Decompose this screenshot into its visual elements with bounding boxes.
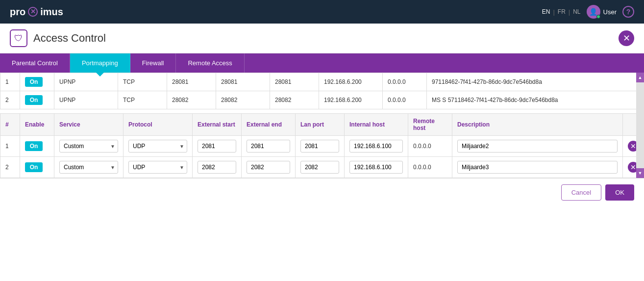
cell-description: MS S 57118462-7f41-427b-86dc-9dc7e546bd8… — [427, 91, 644, 109]
avatar: 👤 — [587, 5, 600, 19]
remote-host-value-1: 0.0.0.0 — [413, 143, 431, 150]
lan-port-input-2[interactable] — [300, 161, 339, 174]
cell-service: Custom UPNP HTTP ▼ — [54, 136, 124, 157]
cell-service: UPNP — [54, 91, 118, 109]
tab-parental-control[interactable]: Parental Control — [0, 53, 70, 73]
header-right: EN | FR | NL 👤 User ? — [542, 5, 634, 19]
service-select-wrap-1: Custom UPNP HTTP ▼ — [59, 140, 118, 153]
cell-protocol: TCP — [118, 73, 167, 91]
cell-protocol: UDP TCP Both ▼ — [124, 157, 193, 178]
service-select-2[interactable]: Custom UPNP HTTP — [59, 161, 118, 174]
logo-x-icon: ✕ — [28, 7, 38, 17]
cell-remote-host: 0.0.0.0 — [383, 91, 427, 109]
tabs-bar: Parental Control Portmapping Firewall Re… — [0, 53, 644, 73]
col-ext-start: External start — [193, 114, 242, 136]
title-left: 🛡 Access Control — [10, 29, 106, 47]
protocol-select-wrap-2: UDP TCP Both ▼ — [128, 161, 187, 174]
col-remote-host: Remote host — [408, 114, 452, 136]
col-enable: Enable — [20, 114, 54, 136]
footer: Cancel OK — [0, 178, 644, 206]
user-info: 👤 User — [587, 5, 617, 19]
cell-lan-port — [296, 157, 345, 178]
cancel-button[interactable]: Cancel — [561, 184, 601, 201]
tab-firewall[interactable]: Firewall — [130, 53, 176, 73]
toggle-enable[interactable]: On — [25, 77, 43, 87]
app-header: pro✕imus EN | FR | NL 👤 User ? — [0, 0, 644, 24]
col-internal-host: Internal host — [345, 114, 408, 136]
ext-start-input-2[interactable] — [198, 161, 236, 174]
scroll-up-button[interactable]: ▲ — [636, 73, 644, 82]
cell-enable: On — [20, 73, 54, 91]
cell-ext-end — [242, 157, 296, 178]
header-table: # Enable Service Protocol External start… — [0, 113, 644, 178]
close-button[interactable]: ✕ — [619, 30, 634, 46]
shield-icon: 🛡 — [10, 29, 27, 47]
cell-remote-host: 0.0.0.0 — [383, 73, 427, 91]
cell-num: 2 — [0, 157, 20, 178]
cell-remote-host: 0.0.0.0 — [408, 157, 452, 178]
scrollbar: ▲ ▼ — [636, 73, 644, 178]
remote-host-value-2: 0.0.0.0 — [413, 164, 431, 171]
tab-portmapping[interactable]: Portmapping — [70, 53, 130, 73]
cell-enable: On — [20, 136, 54, 157]
online-indicator — [596, 15, 600, 19]
tab-remote-access[interactable]: Remote Access — [176, 53, 244, 73]
toggle-enable-2[interactable]: On — [25, 162, 43, 172]
col-ext-end: External end — [242, 114, 296, 136]
col-num: # — [0, 114, 20, 136]
cell-service: Custom UPNP HTTP ▼ — [54, 157, 124, 178]
ext-end-input-2[interactable] — [247, 161, 290, 174]
cell-enable: On — [20, 157, 54, 178]
table-row: 2 On Custom UPNP HTTP ▼ — [0, 157, 644, 178]
cell-lan-port — [296, 136, 345, 157]
cell-ext-start — [193, 136, 242, 157]
protocol-select-wrap-1: UDP TCP Both ▼ — [128, 140, 187, 153]
cell-internal-host: 192.168.6.200 — [319, 73, 383, 91]
upper-table: 1 On UPNP TCP 28081 28081 28081 192.168.… — [0, 73, 644, 109]
cell-num: 1 — [0, 136, 20, 157]
logo: pro✕imus — [10, 6, 63, 18]
cell-protocol: TCP — [118, 91, 167, 109]
cell-ext-end — [242, 136, 296, 157]
col-protocol: Protocol — [124, 114, 193, 136]
protocol-select-2[interactable]: UDP TCP Both — [128, 161, 187, 174]
help-icon[interactable]: ? — [622, 6, 634, 18]
protocol-select-1[interactable]: UDP TCP Both — [128, 140, 187, 153]
cell-description — [452, 157, 623, 178]
toggle-enable-1[interactable]: On — [25, 141, 43, 151]
scroll-down-button[interactable]: ▼ — [636, 168, 644, 178]
page-container: 🛡 Access Control ✕ Parental Control Port… — [0, 24, 644, 281]
lang-nl[interactable]: NL — [573, 8, 580, 15]
cell-description — [452, 136, 623, 157]
cell-num: 1 — [0, 73, 20, 91]
internal-host-input-2[interactable] — [349, 161, 403, 174]
toggle-enable[interactable]: On — [25, 95, 43, 105]
cell-ext-end: 28082 — [216, 91, 270, 109]
ext-start-input-1[interactable] — [198, 140, 236, 153]
cell-internal-host — [345, 136, 408, 157]
ext-end-input-1[interactable] — [247, 140, 290, 153]
username: User — [603, 8, 617, 16]
cell-lan-port: 28081 — [270, 73, 319, 91]
col-service: Service — [54, 114, 124, 136]
lang-en[interactable]: EN — [542, 8, 550, 15]
description-input-2[interactable] — [457, 161, 618, 174]
main-content: 1 On UPNP TCP 28081 28081 28081 192.168.… — [0, 73, 644, 178]
lang-fr[interactable]: FR — [558, 8, 566, 15]
cell-description: 97118462-7f41-427b-86dc-9dc7e546bd8a — [427, 73, 644, 91]
cell-internal-host: 192.168.6.200 — [319, 91, 383, 109]
cell-ext-end: 28081 — [216, 73, 270, 91]
internal-host-input-1[interactable] — [349, 140, 403, 153]
language-selector: EN | FR | NL — [542, 8, 581, 16]
ok-button[interactable]: OK — [605, 184, 634, 201]
cell-service: UPNP — [54, 73, 118, 91]
cell-remote-host: 0.0.0.0 — [408, 136, 452, 157]
title-bar: 🛡 Access Control ✕ — [0, 24, 644, 53]
lan-port-input-1[interactable] — [300, 140, 339, 153]
description-input-1[interactable] — [457, 140, 618, 153]
col-description: Description — [452, 114, 623, 136]
logo-text: pro — [10, 6, 25, 18]
logo-text-2: imus — [40, 6, 63, 18]
cell-ext-start: 28082 — [167, 91, 216, 109]
service-select-1[interactable]: Custom UPNP HTTP — [59, 140, 118, 153]
